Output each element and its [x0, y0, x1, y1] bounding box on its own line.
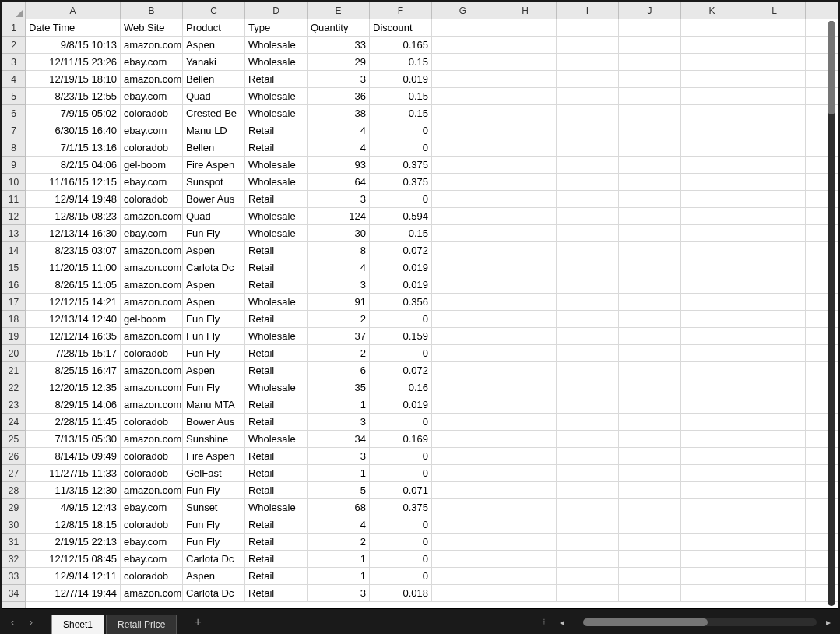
- row-header[interactable]: 8: [2, 139, 25, 157]
- cell[interactable]: [432, 345, 494, 361]
- cell[interactable]: amazon.com: [121, 379, 183, 396]
- cell[interactable]: [619, 71, 681, 87]
- cell[interactable]: [557, 516, 619, 533]
- cell[interactable]: [619, 448, 681, 464]
- cell[interactable]: [432, 585, 494, 601]
- cell[interactable]: Retail: [245, 534, 308, 550]
- cell[interactable]: [681, 328, 743, 344]
- row-header[interactable]: 11: [2, 191, 25, 208]
- cell[interactable]: 0.375: [370, 157, 432, 173]
- cell[interactable]: amazon.com: [121, 37, 183, 53]
- cell[interactable]: amazon.com: [121, 259, 183, 276]
- cell[interactable]: [557, 345, 619, 361]
- hscroll-right[interactable]: ▸: [823, 617, 834, 628]
- cell[interactable]: amazon.com: [121, 276, 183, 293]
- column-header[interactable]: I: [557, 2, 619, 19]
- cell[interactable]: [743, 448, 806, 464]
- row-header[interactable]: 7: [2, 122, 25, 139]
- cell[interactable]: [619, 225, 681, 241]
- horizontal-scroll-thumb[interactable]: [583, 618, 708, 626]
- cell[interactable]: Retail: [245, 482, 308, 498]
- cell[interactable]: [557, 396, 619, 413]
- cell[interactable]: [494, 294, 557, 310]
- cell[interactable]: 0.019: [370, 71, 432, 87]
- cell[interactable]: [743, 208, 806, 224]
- cell[interactable]: [557, 105, 619, 122]
- cell[interactable]: Retail: [245, 396, 308, 413]
- cell[interactable]: [681, 516, 743, 533]
- cell[interactable]: [494, 414, 557, 430]
- cell[interactable]: 0.072: [370, 362, 432, 379]
- cell[interactable]: 38: [308, 105, 370, 122]
- cell[interactable]: Carlota Dc: [183, 259, 245, 276]
- cell[interactable]: [681, 225, 743, 241]
- cell[interactable]: [432, 448, 494, 464]
- cell[interactable]: GelFast: [183, 465, 245, 481]
- cell[interactable]: [681, 174, 743, 190]
- cell[interactable]: [432, 71, 494, 87]
- cell[interactable]: [619, 208, 681, 224]
- column-header[interactable]: G: [432, 2, 494, 19]
- cell[interactable]: [743, 568, 806, 584]
- cell[interactable]: [619, 465, 681, 481]
- cell[interactable]: [743, 191, 806, 207]
- cell[interactable]: [494, 225, 557, 241]
- cell[interactable]: 6/30/15 16:40: [26, 122, 121, 139]
- cell[interactable]: [557, 568, 619, 584]
- cell[interactable]: amazon.com: [121, 328, 183, 344]
- cell[interactable]: [494, 37, 557, 53]
- cell[interactable]: [681, 362, 743, 379]
- cell[interactable]: gel-boom: [121, 311, 183, 327]
- row-header[interactable]: 30: [2, 516, 25, 534]
- cell[interactable]: 0.169: [370, 431, 432, 447]
- cell[interactable]: Fun Fly: [183, 379, 245, 396]
- cell[interactable]: [681, 534, 743, 550]
- cell[interactable]: [681, 465, 743, 481]
- cell[interactable]: 0: [370, 568, 432, 584]
- cell[interactable]: [557, 362, 619, 379]
- cell[interactable]: Wholesale: [245, 328, 308, 344]
- cell[interactable]: [619, 174, 681, 190]
- cell[interactable]: [619, 139, 681, 156]
- cell[interactable]: 29: [308, 54, 370, 70]
- cell[interactable]: [681, 448, 743, 464]
- cell[interactable]: 11/20/15 11:00: [26, 259, 121, 276]
- vertical-scrollbar[interactable]: [828, 21, 835, 606]
- cell[interactable]: Quad: [183, 208, 245, 224]
- cell[interactable]: 0.019: [370, 259, 432, 276]
- cell[interactable]: [743, 71, 806, 87]
- cell[interactable]: 4: [308, 259, 370, 276]
- cell[interactable]: 91: [308, 294, 370, 310]
- cell[interactable]: amazon.com: [121, 482, 183, 498]
- cell[interactable]: [743, 105, 806, 122]
- cell[interactable]: [432, 225, 494, 241]
- cell[interactable]: [494, 105, 557, 122]
- cell[interactable]: 93: [308, 157, 370, 173]
- cell[interactable]: [681, 105, 743, 122]
- cell[interactable]: Retail: [245, 414, 308, 430]
- row-header[interactable]: 20: [2, 345, 25, 362]
- cell[interactable]: 0.159: [370, 328, 432, 344]
- cell[interactable]: [681, 568, 743, 584]
- cell[interactable]: [681, 122, 743, 139]
- cell[interactable]: [432, 157, 494, 173]
- cell[interactable]: 8/29/15 14:06: [26, 396, 121, 413]
- cell[interactable]: [494, 71, 557, 87]
- vertical-scroll-thumb[interactable]: [828, 21, 835, 114]
- cell[interactable]: 0.375: [370, 174, 432, 190]
- column-header[interactable]: L: [743, 2, 806, 19]
- cell[interactable]: 6: [308, 362, 370, 379]
- cell[interactable]: [557, 534, 619, 550]
- cell[interactable]: [743, 54, 806, 70]
- cell[interactable]: 0: [370, 516, 432, 533]
- cell[interactable]: coloradob: [121, 105, 183, 122]
- cell[interactable]: 3: [308, 276, 370, 293]
- cell[interactable]: Bellen: [183, 139, 245, 156]
- cell[interactable]: Fire Aspen: [183, 157, 245, 173]
- cell[interactable]: [432, 54, 494, 70]
- cell[interactable]: [681, 71, 743, 87]
- cell[interactable]: [743, 294, 806, 310]
- cell[interactable]: Retail: [245, 551, 308, 567]
- row-header[interactable]: 5: [2, 88, 25, 105]
- cell[interactable]: Retail: [245, 345, 308, 361]
